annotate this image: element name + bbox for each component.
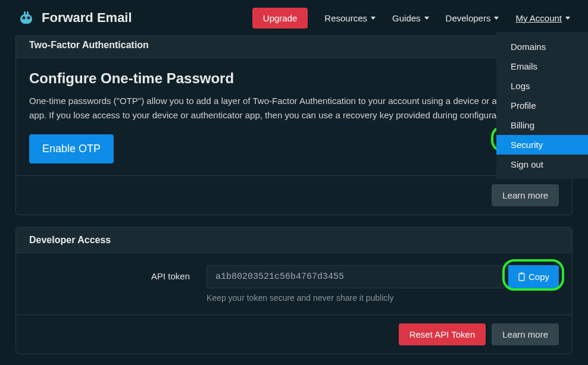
reset-api-token-button[interactable]: Reset API Token: [399, 323, 486, 345]
api-token-help: Keep your token secure and never share i…: [207, 293, 559, 303]
navbar-right: Upgrade Resources Guides Developers My A…: [252, 8, 570, 29]
svg-rect-0: [20, 14, 32, 24]
dropdown-item-billing[interactable]: Billing: [496, 115, 588, 135]
learn-more-button-otp[interactable]: Learn more: [492, 184, 559, 206]
svg-rect-3: [24, 11, 26, 15]
navbar: Forward Email Upgrade Resources Guides D…: [0, 0, 588, 36]
my-account-dropdown: Domains Emails Logs Profile Billing Secu…: [496, 32, 588, 179]
chevron-down-icon: [494, 17, 499, 20]
nav-my-account-label: My Account: [515, 13, 562, 23]
two-factor-footer: Learn more: [16, 175, 572, 215]
dropdown-item-emails[interactable]: Emails: [496, 56, 588, 76]
api-token-label: API token: [29, 265, 190, 281]
otp-description: One-time passwords ("OTP") allow you to …: [29, 94, 559, 122]
two-factor-header: Two-Factor Authentication: [16, 36, 572, 58]
two-factor-panel: Two-Factor Authentication Configure One-…: [15, 36, 573, 215]
clipboard-icon: [518, 272, 526, 281]
copy-token-button[interactable]: Copy: [508, 265, 559, 288]
svg-rect-4: [27, 11, 29, 15]
learn-more-button-dev[interactable]: Learn more: [492, 323, 559, 345]
api-token-input[interactable]: [207, 265, 508, 288]
upgrade-button[interactable]: Upgrade: [252, 8, 308, 29]
svg-rect-5: [519, 273, 524, 281]
api-token-row: API token Copy: [29, 265, 559, 303]
dropdown-item-security[interactable]: Security: [496, 135, 588, 155]
developer-access-body: API token Copy: [16, 253, 572, 314]
chevron-down-icon: [565, 17, 570, 20]
developer-access-panel: Developer Access API token: [15, 227, 573, 354]
nav-resources[interactable]: Resources: [324, 13, 376, 23]
svg-point-1: [23, 17, 26, 20]
api-token-control: Copy Keep your token secure and never sh…: [207, 265, 559, 303]
developer-access-footer: Reset API Token Learn more: [16, 314, 572, 354]
dropdown-item-logs[interactable]: Logs: [496, 76, 588, 96]
chevron-down-icon: [371, 17, 376, 20]
otp-heading: Configure One-time Password: [29, 70, 559, 87]
svg-rect-6: [520, 273, 523, 275]
dropdown-item-domains[interactable]: Domains: [496, 37, 588, 56]
chevron-down-icon: [424, 17, 429, 20]
brand-text: Forward Email: [42, 10, 132, 26]
logo-icon: [18, 10, 35, 26]
nav-guides[interactable]: Guides: [392, 13, 429, 23]
developer-access-header: Developer Access: [16, 228, 572, 253]
svg-point-2: [27, 17, 30, 20]
navbar-brand[interactable]: Forward Email: [18, 10, 132, 26]
nav-guides-label: Guides: [392, 13, 421, 23]
nav-my-account[interactable]: My Account: [515, 13, 570, 23]
dropdown-item-signout[interactable]: Sign out: [496, 155, 588, 174]
copy-button-label: Copy: [528, 272, 549, 282]
nav-developers-label: Developers: [446, 13, 491, 23]
nav-developers[interactable]: Developers: [446, 13, 499, 23]
enable-otp-button[interactable]: Enable OTP: [29, 134, 114, 163]
nav-resources-label: Resources: [324, 13, 367, 23]
api-token-input-group: Copy: [207, 265, 559, 288]
two-factor-body: Configure One-time Password One-time pas…: [16, 58, 572, 175]
dropdown-item-profile[interactable]: Profile: [496, 96, 588, 115]
